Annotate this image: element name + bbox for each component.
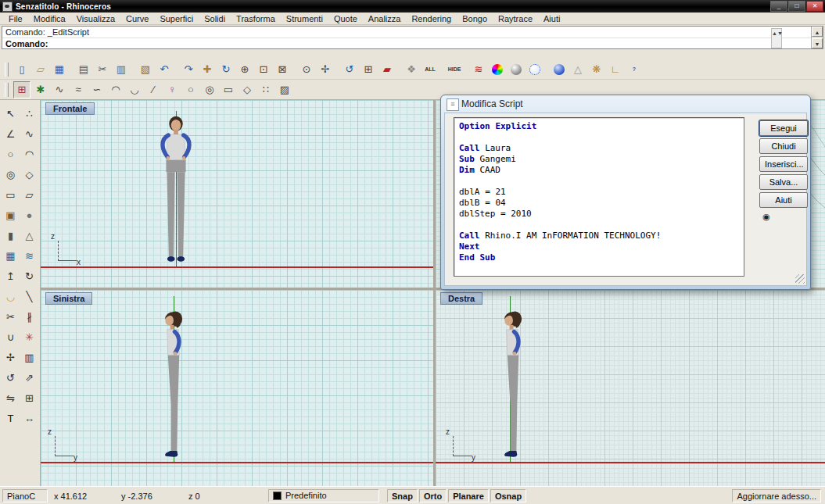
polygon-tool-icon[interactable]: ◇ bbox=[20, 165, 39, 184]
zoom-extents-icon[interactable]: ⊠ bbox=[274, 61, 291, 78]
cone-tool-icon[interactable]: △ bbox=[20, 226, 39, 245]
toolbar-grip[interactable] bbox=[5, 63, 9, 77]
esegui-button[interactable]: Esegui bbox=[759, 120, 808, 136]
grid-snap-icon[interactable]: ⊞ bbox=[13, 81, 30, 98]
scroll-down-icon[interactable]: ▼ bbox=[812, 38, 823, 48]
explode-tool-icon[interactable]: ✳ bbox=[20, 327, 39, 346]
circle-tool-icon[interactable]: ○ bbox=[182, 81, 199, 98]
cplane-axis-icon[interactable]: ∟ bbox=[607, 61, 624, 78]
viewport-label-sinistra[interactable]: Sinistra bbox=[45, 292, 92, 305]
extrude-tool-icon[interactable]: ↥ bbox=[2, 266, 20, 285]
dimension-tool-icon[interactable]: ↔ bbox=[20, 409, 39, 427]
revolve-tool-icon[interactable]: ↻ bbox=[20, 266, 39, 285]
fillet-corner-icon[interactable]: ◡ bbox=[126, 81, 143, 98]
rotate-tool-icon[interactable]: ↺ bbox=[2, 368, 20, 387]
command-splitter[interactable]: ▲▼ bbox=[771, 28, 782, 48]
human-figure-side[interactable] bbox=[160, 309, 186, 462]
inserisci-button[interactable]: Inserisci... bbox=[759, 156, 808, 172]
array-tool-icon[interactable]: ⊞ bbox=[20, 388, 39, 407]
color-wheel-icon[interactable] bbox=[489, 61, 506, 78]
osnap-toggle[interactable]: Osnap bbox=[490, 489, 526, 502]
planar-mode-icon[interactable]: ✱ bbox=[32, 81, 49, 98]
minimize-button[interactable]: _ bbox=[770, 1, 787, 12]
orto-toggle[interactable]: Orto bbox=[419, 489, 447, 502]
toolbar-grip[interactable] bbox=[5, 83, 9, 97]
rendered-sphere-icon[interactable] bbox=[551, 61, 568, 78]
surface-tool-icon[interactable]: ▦ bbox=[2, 246, 20, 265]
render-red-icon[interactable]: ▰ bbox=[378, 61, 396, 78]
move-view-icon[interactable]: ✢ bbox=[317, 61, 334, 78]
hide-objects-icon[interactable]: HIDE bbox=[446, 61, 463, 78]
loft-tool-icon[interactable]: ≋ bbox=[20, 246, 39, 265]
salva-button[interactable]: Salva... bbox=[759, 174, 808, 190]
viewport-sinistra[interactable]: Sinistra z y bbox=[41, 290, 433, 486]
scroll-up-icon[interactable]: ▲ bbox=[812, 27, 823, 37]
human-figure-side[interactable] bbox=[500, 309, 525, 462]
scale-tool-icon[interactable]: ⇗ bbox=[20, 368, 39, 387]
command-input[interactable]: Comando: bbox=[2, 38, 823, 49]
hatch-tool-icon[interactable]: ▨ bbox=[276, 81, 293, 98]
layer-selector[interactable]: Predefinito bbox=[268, 489, 379, 502]
menu-trasforma[interactable]: Trasforma bbox=[231, 13, 281, 24]
rectangle-tool-icon[interactable]: ▭ bbox=[2, 185, 20, 204]
maximize-button[interactable]: □ bbox=[788, 1, 805, 12]
aiuti-button[interactable]: Aiuti bbox=[759, 192, 808, 208]
menu-curve[interactable]: Curve bbox=[120, 13, 154, 24]
handle-curve-icon[interactable]: ∽ bbox=[88, 81, 106, 98]
zoom-window-icon[interactable]: ⊡ bbox=[255, 61, 272, 78]
undo-view-icon[interactable]: ↺ bbox=[341, 61, 358, 78]
menu-rendering[interactable]: Rendering bbox=[406, 13, 457, 24]
render-settings-icon[interactable]: ❖ bbox=[403, 61, 420, 78]
menu-raytrace[interactable]: Raytrace bbox=[493, 13, 538, 24]
human-figure-front[interactable] bbox=[153, 114, 199, 266]
rectangle-tool-icon[interactable]: ▭ bbox=[220, 81, 237, 98]
command-scrollbar[interactable]: ▲ ▼ bbox=[811, 27, 823, 48]
ellipse-tool-icon[interactable]: ◎ bbox=[2, 165, 20, 184]
menu-strumenti[interactable]: Strumenti bbox=[281, 13, 328, 24]
trim-tool-icon[interactable]: ✂ bbox=[2, 307, 20, 326]
zoom-dynamic-icon[interactable]: ⊕ bbox=[236, 61, 253, 78]
menu-visualizza[interactable]: Visualizza bbox=[71, 13, 120, 24]
line-tool-icon[interactable]: ∕ bbox=[145, 81, 162, 98]
move-tool-icon[interactable]: ✢ bbox=[2, 348, 20, 366]
cut-icon[interactable]: ✂ bbox=[94, 61, 111, 78]
record-eye-icon[interactable]: ◉ bbox=[760, 211, 773, 223]
snap-toggle[interactable]: Snap bbox=[387, 489, 418, 502]
help-icon[interactable]: ? bbox=[626, 61, 643, 78]
menu-aiuti[interactable]: Aiuti bbox=[538, 13, 565, 24]
copy-tool-icon[interactable]: ▥ bbox=[20, 348, 39, 366]
curve-tool-icon[interactable]: ∿ bbox=[20, 124, 39, 143]
mirror-tool-icon[interactable]: ⇋ bbox=[2, 388, 20, 407]
point-grid-icon[interactable]: ∷ bbox=[257, 81, 274, 98]
script-editor[interactable]: Option Explicit Call LauraSub GangemiDim… bbox=[454, 117, 744, 277]
menu-file[interactable]: File bbox=[3, 13, 28, 24]
chamfer-tool-icon[interactable]: ╲ bbox=[20, 287, 39, 306]
viewport-label-frontale[interactable]: Frontale bbox=[45, 102, 95, 115]
zoom-selected-icon[interactable]: ⊙ bbox=[298, 61, 315, 78]
interp-curve-icon[interactable]: ≈ bbox=[70, 81, 87, 98]
select-arrow-icon[interactable]: ↖ bbox=[2, 104, 20, 123]
redo-icon[interactable]: ↷ bbox=[180, 61, 197, 78]
shaded-sphere-icon[interactable] bbox=[508, 61, 525, 78]
object-grid-icon[interactable]: ⊞ bbox=[360, 61, 377, 78]
update-notification[interactable]: Aggiornare adesso... bbox=[732, 489, 821, 502]
cylinder-tool-icon[interactable]: ▮ bbox=[2, 226, 20, 245]
fillet-tool-icon[interactable]: ◡ bbox=[2, 287, 20, 306]
menu-bongo[interactable]: Bongo bbox=[457, 13, 493, 24]
close-button[interactable]: ✕ bbox=[806, 1, 823, 12]
polyline-tool-icon[interactable]: ∠ bbox=[2, 124, 20, 143]
box-tool-icon[interactable]: ▣ bbox=[2, 206, 20, 224]
rhino-app-icon[interactable] bbox=[2, 2, 13, 12]
arc-tool-icon[interactable]: ◠ bbox=[20, 145, 39, 163]
menu-superfici[interactable]: Superfici bbox=[154, 13, 199, 24]
planare-toggle[interactable]: Planare bbox=[448, 489, 489, 502]
erase-red-icon[interactable]: ≋ bbox=[470, 61, 487, 78]
ghosted-sphere-icon[interactable] bbox=[526, 61, 543, 78]
mannequin-icon[interactable]: ♀ bbox=[163, 81, 181, 98]
chiudi-button[interactable]: Chiudi bbox=[759, 138, 808, 154]
polygon-tool-icon[interactable]: ◇ bbox=[239, 81, 256, 98]
arc-tool-icon[interactable]: ◠ bbox=[107, 81, 124, 98]
print-icon[interactable]: ▤ bbox=[75, 61, 92, 78]
ellipse-tool-icon[interactable]: ◎ bbox=[201, 81, 218, 98]
circle-tool-icon[interactable]: ○ bbox=[2, 145, 20, 163]
